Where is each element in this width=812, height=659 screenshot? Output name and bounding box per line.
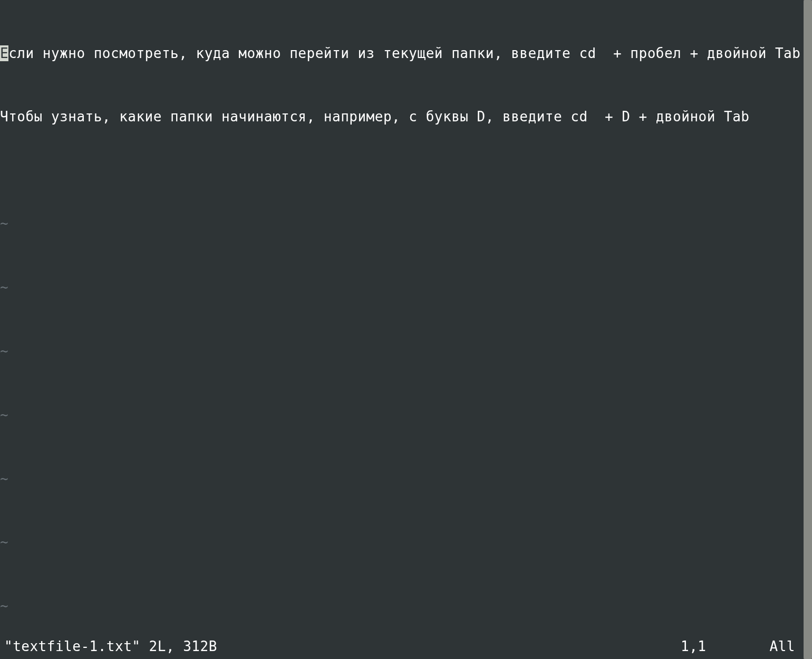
- text-line-2: Чтобы узнать, какие папки начинаются, на…: [0, 106, 804, 127]
- tilde-line: ~: [0, 531, 804, 552]
- tilde-line: ~: [0, 404, 804, 425]
- scrollbar-thumb[interactable]: [804, 0, 812, 659]
- editor-buffer[interactable]: Если нужно посмотреть, куда можно перейт…: [0, 0, 804, 659]
- tilde-line: ~: [0, 468, 804, 489]
- status-filename: "textfile-1.txt" 2L, 312B: [4, 636, 217, 657]
- tilde-line: ~: [0, 213, 804, 234]
- tilde-line: ~: [0, 340, 804, 361]
- cursor: Е: [0, 45, 8, 61]
- tilde-line: ~: [0, 276, 804, 298]
- status-bar: "textfile-1.txt" 2L, 312B 1,1 All: [0, 638, 812, 659]
- text-line-1: Если нужно посмотреть, куда можно перейт…: [0, 43, 804, 64]
- status-cursor-position: 1,1: [681, 636, 706, 657]
- line1-rest: сли нужно посмотреть, куда можно перейти…: [8, 45, 800, 61]
- tilde-line: ~: [0, 595, 804, 616]
- empty-lines: ~ ~ ~ ~ ~ ~ ~ ~ ~ ~ ~ ~ ~ ~ ~ ~ ~ ~ ~ ~ …: [0, 170, 804, 659]
- status-scroll-indicator: All: [770, 636, 795, 657]
- scrollbar-track[interactable]: [804, 0, 812, 659]
